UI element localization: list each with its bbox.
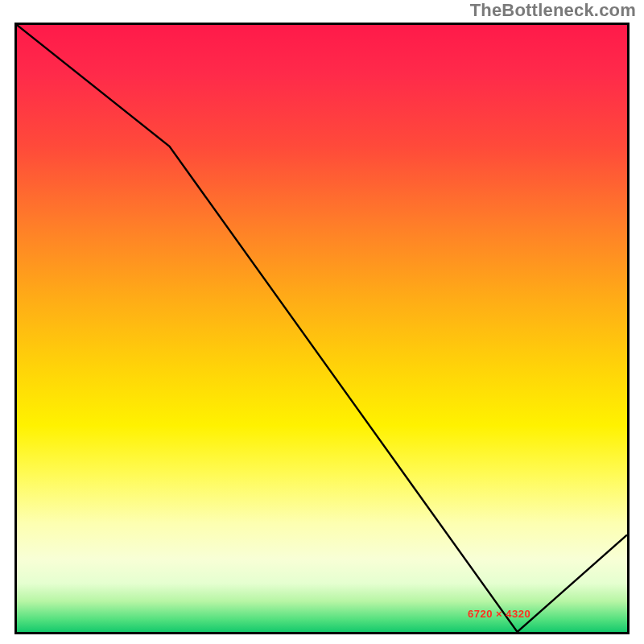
- bottleneck-curve: [17, 25, 627, 632]
- resolution-label: 6720 × 4320: [468, 608, 530, 620]
- chart-container: TheBottleneck.com 6720 × 4320: [0, 0, 644, 644]
- watermark-text: TheBottleneck.com: [470, 0, 636, 21]
- curve-svg: [17, 25, 627, 632]
- plot-area: 6720 × 4320: [14, 23, 630, 634]
